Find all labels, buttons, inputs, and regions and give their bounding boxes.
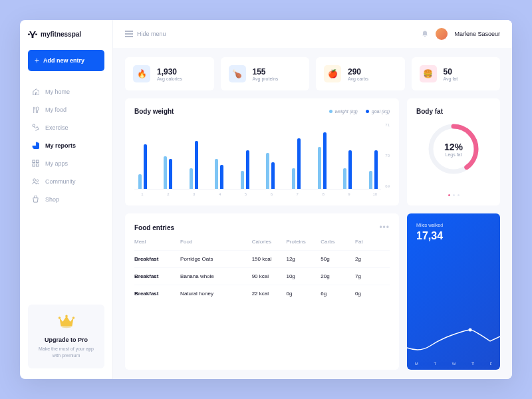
- content: 🔥1,930Avg calories🍗155Avg proteins🍎290Av…: [113, 48, 512, 379]
- stat-label: Avg calories: [157, 76, 182, 81]
- x-axis: 12345678910: [134, 190, 390, 196]
- stat-value: 155: [253, 67, 279, 76]
- hide-menu-toggle[interactable]: Hide menu: [125, 31, 166, 37]
- brand-icon: [28, 31, 37, 38]
- miles-days: MTWTF: [407, 362, 500, 366]
- stat-label: Avg fat: [444, 76, 458, 81]
- bar-group: [291, 138, 301, 190]
- bar-group: [239, 150, 250, 190]
- more-icon[interactable]: •••: [379, 223, 390, 232]
- user-area: Marlene Sasoeur: [421, 28, 500, 40]
- legend-goal: goal (kg): [372, 109, 390, 114]
- nav-label: My reports: [45, 142, 76, 149]
- bar-group: [317, 132, 327, 190]
- stat-burger: 🍔50Avg fat: [412, 57, 501, 90]
- svg-rect-6: [36, 164, 39, 166]
- body-fat-value: 12%: [444, 142, 463, 152]
- nav-label: Exercise: [45, 124, 68, 131]
- svg-rect-5: [33, 164, 35, 166]
- weight-bar: [164, 156, 167, 190]
- mid-row: Body weight weight (kg) goal (kg) 717069…: [125, 98, 500, 205]
- entries-title: Food entries: [134, 224, 174, 231]
- nav-apps[interactable]: My apps: [28, 155, 104, 172]
- body-fat-gauge: 12% Legs fat: [426, 122, 481, 176]
- col-head: Proteins: [286, 239, 321, 245]
- avatar[interactable]: [436, 28, 448, 40]
- brand-logo: myfitnesspal: [28, 31, 104, 38]
- nav-food[interactable]: My food: [28, 101, 104, 118]
- day-label: W: [452, 362, 456, 366]
- chart-bars: [134, 123, 381, 190]
- main: Hide menu Marlene Sasoeur 🔥1,930Avg calo…: [113, 20, 512, 379]
- svg-rect-1: [35, 33, 37, 35]
- app-window: myfitnesspal Add new entry My homeMy foo…: [20, 20, 512, 379]
- upgrade-promo[interactable]: Upgrade to Pro Make the most of your app…: [28, 305, 104, 368]
- bar-group: [188, 141, 199, 189]
- goal-bar: [323, 132, 327, 190]
- nav-reports[interactable]: My reports: [28, 137, 104, 154]
- drumstick-icon: 🍗: [229, 65, 246, 82]
- brand-name: myfitnesspal: [41, 31, 81, 38]
- nav-exercise[interactable]: Exercise: [28, 119, 104, 136]
- table-row[interactable]: BreakfastBanana whole90 kcal10g20g7g: [134, 267, 390, 285]
- entries-table: MealFoodCaloriesProteinsCarbsFatBreakfas…: [134, 239, 390, 302]
- promo-subtitle: Make the most of your app with premium: [35, 346, 98, 359]
- bar-group: [163, 156, 174, 190]
- body-fat-card: Body fat 12% Legs fat: [407, 98, 500, 205]
- col-head: Carbs: [321, 239, 355, 245]
- svg-rect-4: [36, 160, 39, 163]
- body-fat-title: Body fat: [416, 108, 443, 115]
- col-head: Calories: [252, 239, 287, 245]
- food-icon: [32, 106, 39, 113]
- bar-group: [137, 144, 148, 190]
- svg-rect-0: [28, 33, 30, 35]
- legend-weight: weight (kg): [335, 109, 358, 114]
- apps-icon: [32, 160, 39, 167]
- nav-shop[interactable]: Shop: [28, 191, 104, 207]
- miles-value: 17,34: [416, 230, 491, 242]
- weight-bar: [241, 171, 244, 189]
- weight-bar: [266, 153, 269, 189]
- bar-group: [368, 150, 378, 190]
- stat-flame: 🔥1,930Avg calories: [125, 57, 214, 90]
- svg-point-2: [33, 124, 35, 127]
- shop-icon: [32, 196, 39, 203]
- pager-dots[interactable]: [448, 194, 460, 196]
- nav-community[interactable]: Community: [28, 173, 104, 190]
- weight-bar: [369, 171, 372, 189]
- crown-icon: [57, 314, 76, 329]
- nav-label: Shop: [45, 196, 59, 203]
- table-row[interactable]: BreakfastPorridge Oats150 kcal12g50g2g: [134, 250, 390, 267]
- weight-bar: [138, 174, 142, 190]
- body-weight-card: Body weight weight (kg) goal (kg) 717069…: [125, 98, 399, 205]
- stat-value: 1,930: [157, 67, 182, 76]
- food-entries-card: Food entries ••• MealFoodCaloriesProtein…: [125, 213, 399, 370]
- username[interactable]: Marlene Sasoeur: [454, 31, 500, 37]
- goal-bar: [297, 138, 301, 190]
- bar-group: [342, 150, 353, 190]
- stat-label: Avg carbs: [348, 76, 368, 81]
- svg-point-8: [37, 180, 39, 182]
- svg-point-10: [65, 315, 68, 318]
- svg-point-9: [58, 317, 61, 320]
- chart-title: Body weight: [134, 108, 174, 115]
- y-axis: 717069: [385, 123, 390, 190]
- nav-home[interactable]: My home: [28, 83, 104, 100]
- goal-bar: [169, 159, 172, 189]
- svg-point-7: [33, 179, 36, 182]
- notification-icon[interactable]: [421, 30, 429, 38]
- weight-bar: [215, 159, 218, 189]
- hide-menu-label: Hide menu: [137, 31, 166, 37]
- stat-drumstick: 🍗155Avg proteins: [221, 57, 310, 90]
- day-label: M: [415, 362, 418, 366]
- exercise-icon: [32, 124, 39, 131]
- add-entry-button[interactable]: Add new entry: [28, 50, 104, 71]
- goal-bar: [374, 150, 378, 190]
- nav-label: My home: [45, 88, 70, 95]
- home-icon: [32, 88, 39, 95]
- table-row[interactable]: BreakfastNatural honey22 kcal0g6g0g: [134, 285, 390, 302]
- day-label: T: [471, 362, 474, 366]
- chart-legend: weight (kg) goal (kg): [329, 109, 390, 114]
- day-label: F: [489, 362, 492, 366]
- miles-sparkline: [407, 325, 500, 358]
